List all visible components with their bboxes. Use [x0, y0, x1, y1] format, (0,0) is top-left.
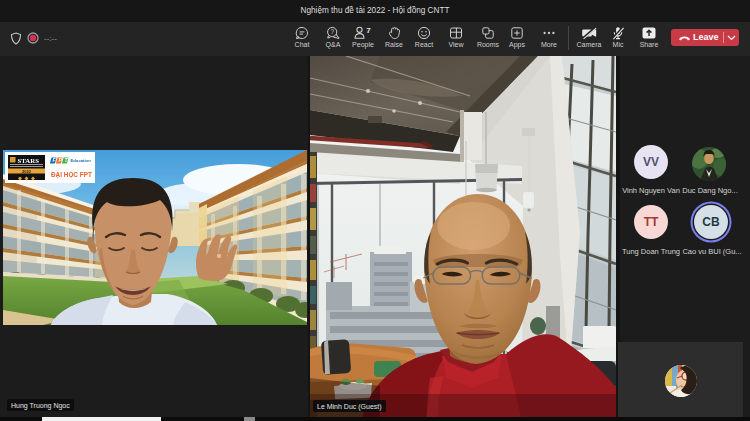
svg-text:7: 7 — [366, 26, 371, 35]
svg-text:?: ? — [330, 28, 334, 35]
svg-text:2022: 2022 — [22, 169, 32, 174]
svg-text:STARS: STARS — [18, 157, 40, 164]
svg-text:Education: Education — [71, 158, 92, 163]
svg-text:ĐẠI HỌC FPT: ĐẠI HỌC FPT — [51, 171, 92, 178]
